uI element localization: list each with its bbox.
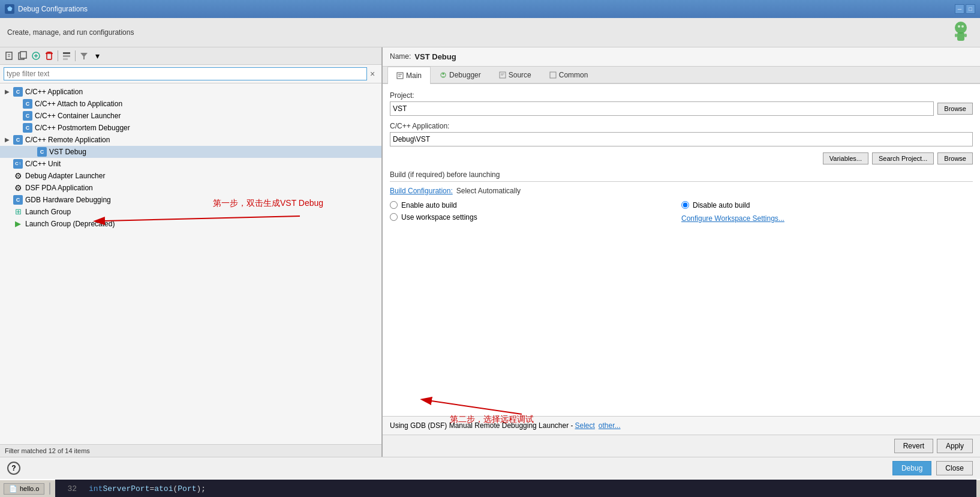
help-button[interactable]: ?	[7, 462, 20, 475]
radio-configure-workspace: Configure Workspace Settings...	[681, 213, 973, 223]
tree-item-cpp-postmortem[interactable]: C C/C++ Postmortem Debugger	[0, 122, 381, 134]
status-bar: Filter matched 12 of 14 items	[0, 444, 381, 457]
arrow-cpp-container	[14, 112, 22, 119]
launcher-label: Using GDB (DSF) Manual Remote Debugging …	[390, 421, 573, 430]
svg-rect-10	[20, 52, 26, 58]
tree-item-dsf-pda[interactable]: ⚙ DSF PDA Application	[0, 182, 381, 194]
arrow-cpp-unit	[5, 160, 12, 167]
tree-item-cpp-remote[interactable]: ▶ C C/C++ Remote Application	[0, 134, 381, 146]
tab-main[interactable]: Main	[387, 67, 431, 84]
build-config-value: Select Automatically	[456, 187, 521, 195]
add-button[interactable]	[30, 50, 42, 62]
main-tab-icon	[396, 72, 404, 79]
icon-cpp-postmortem: C	[23, 123, 32, 133]
app-browse-button[interactable]: Browse	[937, 152, 973, 164]
app-field-row: C/C++ Application:	[390, 122, 973, 146]
taskbar-file-item[interactable]: 📄 hello.o	[4, 483, 44, 495]
variables-button[interactable]: Variables...	[823, 152, 868, 164]
arrow-cpp-remote: ▶	[5, 136, 12, 143]
project-input[interactable]	[390, 101, 934, 116]
close-button[interactable]: Close	[936, 461, 973, 475]
tab-bar: Main Debugger Source Common	[383, 67, 980, 84]
radio-workspace-input[interactable]	[390, 213, 398, 221]
project-browse-button[interactable]: Browse	[937, 103, 973, 115]
tab-source-label: Source	[509, 71, 531, 79]
filter-clear-button[interactable]: ×	[367, 68, 378, 79]
collapse-button[interactable]	[61, 50, 73, 62]
tree-item-cpp-attach[interactable]: C C/C++ Attach to Application	[0, 98, 381, 110]
radio-disable-auto-input[interactable]	[681, 201, 689, 209]
app-label: C/C++ Application:	[390, 122, 973, 130]
toolbar-sep1	[58, 50, 58, 61]
tab-content-main: Project: Browse C/C++ Application: Varia	[383, 84, 980, 416]
svg-rect-19	[63, 58, 68, 60]
toolbar-sep2	[75, 50, 76, 61]
configure-workspace-link[interactable]: Configure Workspace Settings...	[681, 214, 784, 223]
svg-point-0	[955, 22, 967, 34]
tree-item-launch-group-dep[interactable]: ▶ Launch Group (Deprecated)	[0, 218, 381, 230]
svg-point-25	[443, 73, 444, 74]
icon-launch-group-dep: ▶	[13, 219, 23, 229]
svg-rect-18	[63, 55, 70, 57]
project-input-row: Browse	[390, 101, 973, 116]
other-link[interactable]: other...	[599, 421, 621, 430]
subtitle-bar: Create, manage, and run configurations	[0, 18, 980, 47]
tree-item-debug-adapter[interactable]: ⚙ Debug Adapter Launcher	[0, 170, 381, 182]
radio-enable-auto-input[interactable]	[390, 201, 398, 209]
tab-source[interactable]: Source	[490, 67, 540, 83]
arrow-cpp-app: ▶	[5, 88, 12, 95]
arrow-vst	[29, 148, 36, 155]
icon-cpp-remote: C	[13, 135, 23, 145]
delete-button[interactable]	[43, 50, 55, 62]
filter-input[interactable]	[4, 67, 367, 80]
common-tab-icon	[549, 71, 557, 79]
radio-enable-auto-label: Enable auto build	[401, 201, 457, 209]
radio-workspace: Use workspace settings	[390, 213, 681, 221]
duplicate-button[interactable]	[17, 50, 29, 62]
project-field-row: Project: Browse	[390, 91, 973, 116]
window-controls: ─ □	[955, 4, 975, 14]
radio-enable-auto: Enable auto build	[390, 201, 681, 209]
name-row: Name: VST Debug	[383, 47, 980, 67]
code-bar: 32 int ServerPort = atoi ( Port );	[55, 480, 976, 497]
select-other-link[interactable]: Select	[575, 421, 594, 430]
label-debug-adapter: Debug Adapter Launcher	[25, 172, 105, 180]
svg-marker-20	[80, 53, 88, 59]
icon-dsf-pda: ⚙	[13, 183, 23, 193]
tab-debugger[interactable]: Debugger	[431, 67, 490, 83]
tree-item-cpp-app[interactable]: ▶ C C/C++ Application	[0, 86, 381, 98]
arrow-dsf-pda	[5, 184, 12, 191]
minimize-button[interactable]: ─	[955, 4, 964, 14]
filter-button[interactable]	[78, 50, 90, 62]
tree-item-vst-debug[interactable]: C VST Debug	[0, 146, 381, 158]
icon-cpp-unit: C↑	[13, 159, 23, 169]
new-config-button[interactable]	[4, 50, 16, 62]
label-dsf-pda: DSF PDA Application	[25, 184, 93, 192]
radio-disable-auto-label: Disable auto build	[693, 201, 750, 209]
tree-item-cpp-container[interactable]: C C/C++ Container Launcher	[0, 110, 381, 122]
label-cpp-postmortem: C/C++ Postmortem Debugger	[35, 124, 130, 132]
svg-rect-30	[550, 72, 556, 78]
app-input[interactable]	[390, 132, 973, 146]
taskbar: 📄 hello.o 32 int ServerPort = atoi ( Por…	[0, 479, 980, 497]
debugger-tab-icon	[440, 71, 447, 79]
arrow-launch-group-dep	[5, 220, 12, 227]
search-project-button[interactable]: Search Project...	[872, 152, 934, 164]
tree-item-cpp-unit[interactable]: C↑ C/C++ Unit	[0, 158, 381, 170]
left-panel: ▾ × ▶ C C/C++ Application C	[0, 47, 383, 457]
window-title: Debug Configurations	[18, 5, 955, 13]
line-number: 32	[67, 484, 77, 493]
filter-dropdown-button[interactable]: ▾	[91, 50, 103, 62]
maximize-button[interactable]: □	[966, 4, 975, 14]
build-config-link[interactable]: Build Configuration:	[390, 187, 453, 195]
select-label: Select	[575, 421, 594, 430]
app-buttons-row: Variables... Search Project... Browse	[390, 152, 973, 164]
tree-item-gdb-hardware[interactable]: C GDB Hardware Debugging	[0, 194, 381, 206]
apply-button[interactable]: Apply	[937, 439, 973, 453]
revert-button[interactable]: Revert	[894, 439, 933, 453]
tree-item-launch-group[interactable]: ⊞ Launch Group	[0, 206, 381, 218]
svg-rect-6	[6, 52, 12, 59]
debug-button[interactable]: Debug	[892, 461, 931, 475]
tab-common[interactable]: Common	[540, 67, 597, 83]
icon-vst: C	[37, 147, 47, 157]
